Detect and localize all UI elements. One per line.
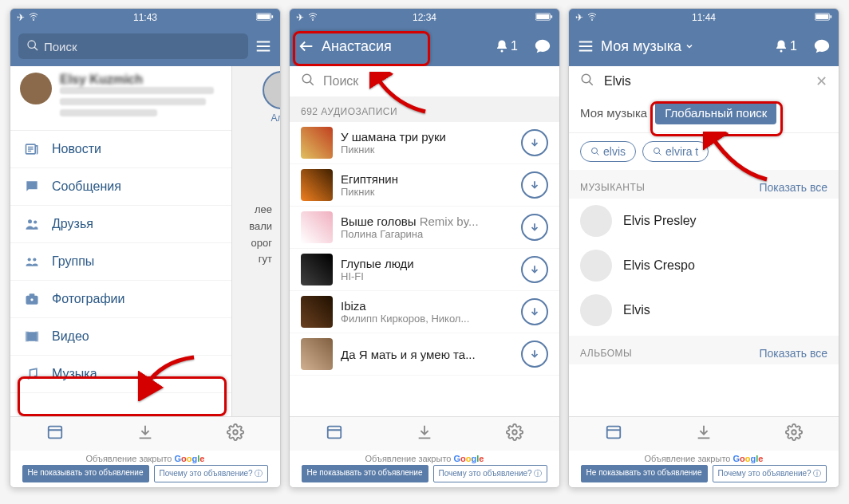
airplane-icon: ✈	[17, 12, 25, 23]
track-art	[301, 127, 333, 159]
download-button[interactable]	[521, 214, 548, 241]
track-artist: Пикник	[341, 144, 513, 156]
news-preview[interactable]: Elsy Kuzmich	[10, 66, 231, 131]
show-all-musicians[interactable]: Показать все	[760, 181, 827, 194]
menu-item-film[interactable]: Видео	[10, 318, 231, 356]
artist-row[interactable]: Elvis	[569, 288, 839, 333]
tab-settings-icon[interactable]	[227, 423, 244, 444]
artist-avatar	[580, 294, 612, 326]
tab-my-music[interactable]: Моя музыка	[580, 106, 647, 120]
tab-browser-icon[interactable]	[326, 423, 343, 444]
track-row[interactable]: IbizaФилипп Киркоров, Никол...	[290, 291, 559, 333]
track-artist: HI-FI	[341, 270, 513, 282]
tab-downloads-icon[interactable]	[695, 423, 713, 444]
content: ✕ Моя музыка Глобальный поиск elviselvir…	[569, 66, 839, 416]
story-circle[interactable]	[263, 71, 280, 109]
message-icon	[23, 178, 41, 195]
menu-item-newspaper[interactable]: Новости	[10, 131, 231, 168]
svg-line-52	[589, 81, 593, 85]
messages-button[interactable]	[813, 37, 831, 55]
menu-button[interactable]	[577, 37, 594, 55]
messages-button[interactable]	[534, 37, 551, 55]
menu-item-users[interactable]: Друзья	[10, 206, 231, 243]
track-row[interactable]: Да Я мать и я умею та...	[290, 333, 559, 376]
suggestion-pills: elviselvira t	[569, 132, 839, 170]
track-title: Да Я мать и я умею та...	[341, 348, 476, 361]
behind-text: лее вали орог гут	[240, 202, 272, 268]
svg-point-36	[302, 74, 311, 83]
tabs: Моя музыка Глобальный поиск	[569, 96, 839, 132]
notifications-button[interactable]: 1	[495, 39, 518, 53]
page-title[interactable]: Моя музыка	[601, 38, 694, 55]
menu-item-camera[interactable]: Фотографии	[10, 281, 231, 318]
menu-item-group[interactable]: Группы	[10, 243, 231, 281]
tab-downloads-icon[interactable]	[136, 423, 154, 444]
ad-why-button[interactable]: Почему это объявление? ⓘ	[713, 465, 827, 482]
artist-row[interactable]: Elvis Presley	[569, 199, 839, 243]
tab-browser-icon[interactable]	[46, 423, 64, 444]
status-bar: ✈ 11:44	[569, 9, 839, 26]
track-row[interactable]: Выше головы Remix by...Полина Гагарина	[290, 207, 559, 249]
clear-search-button[interactable]: ✕	[815, 73, 827, 90]
svg-point-29	[233, 430, 238, 435]
page-title: Анастасия	[322, 38, 392, 55]
tab-downloads-icon[interactable]	[416, 423, 433, 444]
background-content: Алек лее вали орог гут	[232, 66, 280, 416]
artist-row[interactable]: Elvis Crespo	[569, 243, 839, 288]
google-logo: Google	[733, 454, 763, 463]
download-button[interactable]	[521, 129, 548, 156]
local-search[interactable]: Поиск	[290, 66, 559, 96]
track-row[interactable]: Глупые людиHI-FI	[290, 249, 559, 291]
tab-browser-icon[interactable]	[605, 423, 622, 444]
notifications-button[interactable]: 1	[774, 39, 797, 53]
suggestion-pill[interactable]: elvira t	[642, 141, 709, 162]
back-button[interactable]	[298, 37, 315, 55]
search-input[interactable]	[602, 73, 808, 89]
svg-point-55	[654, 148, 660, 154]
bell-count: 1	[790, 39, 797, 53]
wifi-icon	[28, 12, 39, 24]
menu-item-message[interactable]: Сообщения	[10, 168, 231, 206]
search-icon	[301, 73, 315, 90]
svg-rect-3	[271, 15, 273, 18]
ad-dont-show-button[interactable]: Не показывать это объявление	[581, 465, 708, 482]
svg-rect-46	[830, 15, 831, 18]
ad-dont-show-button[interactable]: Не показывать это объявление	[22, 465, 149, 482]
download-button[interactable]	[521, 341, 548, 368]
bottom-bar	[10, 416, 280, 451]
ad-why-button[interactable]: Почему это объявление? ⓘ	[433, 465, 548, 482]
page-title-text: Моя музыка	[601, 38, 681, 55]
menu-item-music[interactable]: Музыка	[10, 356, 231, 393]
download-button[interactable]	[521, 171, 548, 199]
battery-icon	[815, 12, 832, 24]
menu-button[interactable]	[255, 37, 272, 55]
download-button[interactable]	[521, 298, 548, 325]
status-time: 12:34	[413, 12, 436, 23]
svg-rect-32	[536, 14, 549, 19]
header: Анастасия 1	[290, 26, 559, 66]
svg-point-15	[28, 258, 31, 261]
tab-global-search[interactable]: Глобальный поиск	[655, 101, 776, 124]
svg-point-30	[313, 19, 314, 20]
svg-rect-21	[26, 332, 29, 341]
global-search[interactable]: Поиск	[18, 33, 248, 59]
ad-why-button[interactable]: Почему это объявление? ⓘ	[154, 465, 269, 482]
track-row[interactable]: У шамана три рукиПикник	[290, 122, 559, 164]
header: Поиск	[10, 26, 280, 66]
track-info: Выше головы Remix by...Полина Гагарина	[341, 215, 513, 240]
ad-closed-text: Объявление закрыто	[86, 454, 172, 463]
tab-settings-icon[interactable]	[506, 423, 523, 444]
google-logo: Google	[174, 454, 204, 463]
ad-dont-show-button[interactable]: Не показывать это объявление	[302, 465, 428, 482]
section-label: 692 АУДИОЗАПИСИ	[290, 96, 559, 122]
tab-settings-icon[interactable]	[785, 423, 803, 444]
suggestion-pill[interactable]: elvis	[580, 141, 636, 162]
svg-point-35	[501, 50, 503, 53]
phone-screen-2: ✈ 12:34 Анастасия 1 Поиск 692 АУДИОЗАПИС…	[289, 8, 560, 488]
track-title: У шамана три руки	[341, 130, 446, 144]
download-button[interactable]	[521, 256, 548, 283]
track-row[interactable]: ЕгиптянинПикник	[290, 164, 559, 207]
show-all-albums[interactable]: Показать все	[760, 347, 827, 360]
track-art	[301, 169, 333, 201]
svg-rect-33	[551, 15, 552, 18]
